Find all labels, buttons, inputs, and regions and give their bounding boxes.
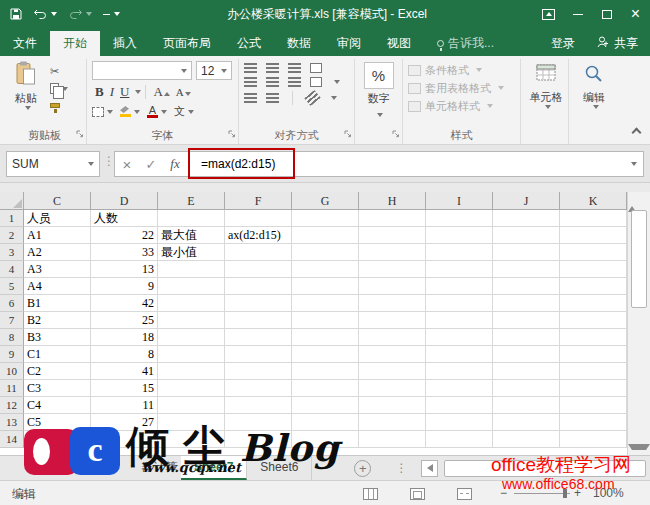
- cancel-button[interactable]: ×: [115, 156, 139, 173]
- align-center-icon[interactable]: [266, 77, 279, 87]
- column-header-E[interactable]: E: [158, 192, 225, 210]
- borders-button[interactable]: [92, 107, 113, 117]
- cell-H6[interactable]: [359, 295, 426, 312]
- cell-K3[interactable]: [560, 244, 627, 261]
- cell-D7[interactable]: 25: [91, 312, 158, 329]
- row-header-11[interactable]: 11: [0, 380, 24, 397]
- customize-qat-button[interactable]: [103, 12, 120, 16]
- cell-I10[interactable]: [426, 363, 493, 380]
- redo-button[interactable]: [68, 9, 92, 20]
- cell-G12[interactable]: [292, 397, 359, 414]
- row-header-4[interactable]: 4: [0, 261, 24, 278]
- column-header-F[interactable]: F: [225, 192, 292, 210]
- tab-home[interactable]: 开始: [50, 31, 100, 56]
- cell-I13[interactable]: [426, 414, 493, 431]
- cell-J5[interactable]: [493, 278, 560, 295]
- page-layout-view-button[interactable]: [410, 488, 425, 500]
- row-header-3[interactable]: 3: [0, 244, 24, 261]
- cell-G4[interactable]: [292, 261, 359, 278]
- column-header-I[interactable]: I: [426, 192, 493, 210]
- cell-K10[interactable]: [560, 363, 627, 380]
- increase-indent-icon[interactable]: [266, 93, 279, 103]
- cell-C3[interactable]: A2: [24, 244, 91, 261]
- formula-text[interactable]: =max(d2:d15): [201, 157, 275, 171]
- cell-C4[interactable]: A3: [24, 261, 91, 278]
- expand-formula-bar-icon[interactable]: [631, 162, 637, 166]
- cell-F8[interactable]: [225, 329, 292, 346]
- cell-E6[interactable]: [158, 295, 225, 312]
- cell-F9[interactable]: [225, 346, 292, 363]
- cell-D11[interactable]: 15: [91, 380, 158, 397]
- cell-D8[interactable]: 18: [91, 329, 158, 346]
- decrease-indent-icon[interactable]: [244, 93, 257, 103]
- cell-K2[interactable]: [560, 227, 627, 244]
- minimize-button[interactable]: [563, 0, 592, 28]
- cell-E1[interactable]: [158, 210, 225, 227]
- normal-view-button[interactable]: [363, 488, 378, 500]
- select-all-button[interactable]: [0, 192, 24, 210]
- alignment-dialog-launcher[interactable]: [344, 127, 352, 141]
- cell-D2[interactable]: 22: [91, 227, 158, 244]
- underline-button[interactable]: U: [117, 84, 132, 100]
- cell-H9[interactable]: [359, 346, 426, 363]
- vertical-scrollbar[interactable]: [627, 192, 650, 455]
- fill-color-button[interactable]: [120, 106, 140, 117]
- sign-in-button[interactable]: 登录: [541, 31, 585, 56]
- cell-J8[interactable]: [493, 329, 560, 346]
- row-header-1[interactable]: 1: [0, 210, 24, 227]
- font-color-button[interactable]: A: [147, 106, 167, 118]
- row-header-9[interactable]: 9: [0, 346, 24, 363]
- cell-I4[interactable]: [426, 261, 493, 278]
- cell-I12[interactable]: [426, 397, 493, 414]
- cut-button[interactable]: ✂: [50, 65, 68, 78]
- percent-style-button[interactable]: %: [364, 62, 394, 89]
- undo-button[interactable]: [33, 9, 57, 20]
- enter-button[interactable]: ✓: [139, 157, 163, 172]
- cell-E3[interactable]: 最小值: [158, 244, 225, 261]
- tab-view[interactable]: 视图: [374, 31, 424, 56]
- cell-E7[interactable]: [158, 312, 225, 329]
- cell-F1[interactable]: [225, 210, 292, 227]
- cell-C9[interactable]: C1: [24, 346, 91, 363]
- merge-center-icon[interactable]: [310, 77, 322, 87]
- copy-button[interactable]: [50, 82, 68, 95]
- cell-I3[interactable]: [426, 244, 493, 261]
- cell-E5[interactable]: [158, 278, 225, 295]
- vertical-scroll-thumb[interactable]: [631, 210, 647, 308]
- cell-styles-button[interactable]: 单元格样式: [408, 97, 515, 115]
- format-as-table-button[interactable]: 套用表格格式: [408, 79, 515, 97]
- cell-E12[interactable]: [158, 397, 225, 414]
- tab-file[interactable]: 文件: [0, 31, 50, 56]
- collapse-ribbon-button[interactable]: [632, 128, 642, 138]
- cell-I8[interactable]: [426, 329, 493, 346]
- bottom-align-icon[interactable]: [288, 63, 301, 73]
- scroll-left-button[interactable]: [421, 460, 438, 477]
- align-left-icon[interactable]: [244, 77, 257, 87]
- row-header-7[interactable]: 7: [0, 312, 24, 329]
- cell-I14[interactable]: [426, 431, 493, 448]
- cell-E4[interactable]: [158, 261, 225, 278]
- cell-D1[interactable]: 人数: [91, 210, 158, 227]
- middle-align-icon[interactable]: [266, 63, 279, 73]
- column-header-J[interactable]: J: [493, 192, 560, 210]
- cell-J7[interactable]: [493, 312, 560, 329]
- format-painter-button[interactable]: [50, 99, 68, 112]
- cell-K11[interactable]: [560, 380, 627, 397]
- cell-K7[interactable]: [560, 312, 627, 329]
- row-header-2[interactable]: 2: [0, 227, 24, 244]
- cell-J13[interactable]: [493, 414, 560, 431]
- cell-J2[interactable]: [493, 227, 560, 244]
- align-right-icon[interactable]: [288, 77, 301, 87]
- cell-D10[interactable]: 41: [91, 363, 158, 380]
- cell-H7[interactable]: [359, 312, 426, 329]
- cell-C6[interactable]: B1: [24, 295, 91, 312]
- conditional-formatting-button[interactable]: 条件格式: [408, 61, 515, 79]
- bold-button[interactable]: B: [92, 84, 107, 100]
- cell-I2[interactable]: [426, 227, 493, 244]
- column-header-G[interactable]: G: [292, 192, 359, 210]
- cell-I5[interactable]: [426, 278, 493, 295]
- cell-F4[interactable]: [225, 261, 292, 278]
- cell-C12[interactable]: C4: [24, 397, 91, 414]
- cell-J3[interactable]: [493, 244, 560, 261]
- row-header-5[interactable]: 5: [0, 278, 24, 295]
